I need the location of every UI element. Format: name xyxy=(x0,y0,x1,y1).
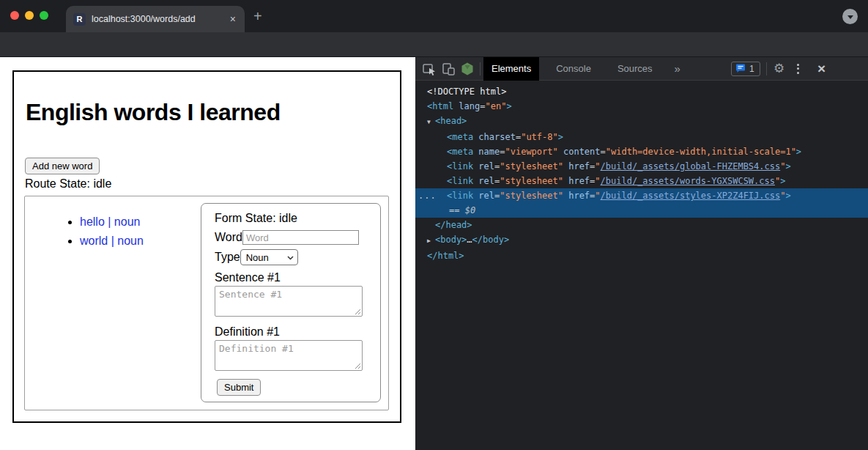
code-token-tag: > xyxy=(506,101,511,111)
code-token-val: "stylesheet" xyxy=(500,191,563,201)
code-token-link[interactable]: /build/_assets/words-YGXSWCSW.css xyxy=(601,176,775,186)
code-token-attr: href xyxy=(563,161,590,171)
dom-tree-line[interactable]: <link rel="stylesheet" href="/build/_ass… xyxy=(415,159,868,174)
add-word-form: Form State: idle Word Type Noun Sentence… xyxy=(201,203,381,402)
dom-tree-line[interactable]: <link rel="stylesheet" href="/build/_ass… xyxy=(415,174,868,188)
code-token-val: " xyxy=(595,161,600,171)
code-token-tag: <html xyxy=(427,101,453,111)
remix-favicon-icon: R xyxy=(73,13,86,26)
code-token-tag: </head> xyxy=(435,220,472,230)
code-token-val: "stylesheet" xyxy=(500,176,563,186)
type-select[interactable]: Noun xyxy=(240,249,298,265)
minimize-window-button[interactable] xyxy=(25,11,34,20)
more-tabs-icon[interactable]: » xyxy=(667,57,689,81)
vue-devtools-extension-icon[interactable] xyxy=(458,59,477,78)
code-token-dollar: $0 xyxy=(465,205,475,215)
add-new-word-button[interactable]: Add new word xyxy=(25,158,100,174)
dom-tree-line[interactable]: ▼<head> xyxy=(415,114,868,130)
dom-tree-line[interactable]: <!DOCTYPE html> xyxy=(415,84,868,99)
close-window-button[interactable] xyxy=(10,11,19,20)
tab-strip: R localhost:3000/words/add × + xyxy=(0,0,868,32)
chevron-down-icon xyxy=(287,256,294,260)
words-container: hello | noun world | noun Form State: id… xyxy=(24,196,389,410)
code-token-tag: </html> xyxy=(427,251,464,261)
issues-count: 1 xyxy=(749,64,754,74)
elements-dom-tree: <!DOCTYPE html><html lang="en">▼<head><m… xyxy=(415,81,868,450)
issues-badge[interactable]: 1 xyxy=(731,62,760,76)
code-token-eq: = xyxy=(601,147,606,157)
word-link-hello[interactable]: hello | noun xyxy=(80,215,140,228)
new-tab-button[interactable]: + xyxy=(253,9,262,23)
tab-title: localhost:3000/words/add xyxy=(92,14,223,24)
code-token-attr: href xyxy=(563,176,590,186)
close-devtools-icon[interactable]: × xyxy=(812,59,831,78)
tab-sources[interactable]: Sources xyxy=(609,57,661,81)
route-state-text: Route State: idle xyxy=(25,177,111,191)
code-token-attr: content xyxy=(558,147,601,157)
dom-tree-line[interactable]: </html> xyxy=(415,248,868,263)
toolbar-divider xyxy=(766,62,767,75)
code-token-val: " xyxy=(595,176,600,186)
dom-tree-line[interactable]: <meta charset="utf-8"> xyxy=(415,130,868,144)
sentence-textarea[interactable] xyxy=(215,286,363,317)
settings-gear-icon[interactable]: ⚙ xyxy=(770,59,789,78)
devtools-panel: Elements Console Sources » 1 ⚙ × <!DOCTY… xyxy=(415,57,868,450)
code-token-link[interactable]: /build/_assets/global-FHZEMBS4.css xyxy=(601,161,781,171)
tab-close-icon[interactable]: × xyxy=(229,13,237,25)
collapse-arrow-icon[interactable]: ▼ xyxy=(427,115,435,130)
dom-tree-line[interactable]: == $0 xyxy=(415,203,868,218)
type-label: Type xyxy=(215,251,240,264)
code-token-val: "utf-8" xyxy=(521,132,558,142)
word-label: Word xyxy=(215,231,242,244)
code-token-tag: > xyxy=(558,132,563,142)
dom-tree-line[interactable]: </head> xyxy=(415,218,868,232)
code-token-tag: <link xyxy=(447,161,473,171)
tab-elements[interactable]: Elements xyxy=(483,57,539,81)
device-toolbar-icon[interactable] xyxy=(439,59,458,78)
code-token-attr: charset xyxy=(473,132,516,142)
dom-tree-line[interactable]: ...<link rel="stylesheet" href="/build/_… xyxy=(415,188,868,203)
code-token-attr: name xyxy=(473,147,500,157)
resize-grip-icon[interactable] xyxy=(355,309,361,315)
code-token-tag: </body> xyxy=(472,235,510,245)
code-token-link[interactable]: /build/_assets/styles-XP2Z4FIJ.css xyxy=(601,191,781,201)
submit-button[interactable]: Submit xyxy=(217,379,261,396)
resize-grip-icon[interactable] xyxy=(355,363,361,369)
browser-window: R localhost:3000/words/add × + ← → local… xyxy=(0,0,868,450)
form-state-text: Form State: idle xyxy=(215,212,297,225)
speech-bubble-icon xyxy=(735,64,746,73)
word-input[interactable] xyxy=(242,230,359,245)
dom-tree-line[interactable]: <meta name="viewport" content="width=dev… xyxy=(415,144,868,159)
code-token-tag: <meta xyxy=(447,147,473,157)
definition-textarea[interactable] xyxy=(215,340,363,371)
browser-tab[interactable]: R localhost:3000/words/add × xyxy=(66,6,245,32)
page-title: English words I learned xyxy=(26,99,281,126)
inspect-element-icon[interactable] xyxy=(420,59,439,78)
code-token-attr: lang xyxy=(453,101,480,111)
node-options-icon[interactable]: ... xyxy=(418,188,437,203)
sentence-label: Sentence #1 xyxy=(215,271,281,284)
word-link-world[interactable]: world | noun xyxy=(80,235,144,247)
zoom-window-button[interactable] xyxy=(40,11,48,20)
address-toolbar: ← → localhost:3000/words/add xyxy=(0,32,868,57)
code-token-attr: href xyxy=(563,191,590,201)
code-token-tag: <meta xyxy=(447,132,473,142)
code-token-tag: <body> xyxy=(435,235,467,245)
dom-tree-line[interactable]: <html lang="en"> xyxy=(415,99,868,114)
code-token-attr: rel xyxy=(473,161,494,171)
code-token-plain: … xyxy=(467,235,472,245)
tab-search-button[interactable] xyxy=(842,9,858,24)
code-token-tag: > xyxy=(780,176,785,186)
code-token-tag: <link xyxy=(447,191,473,201)
definition-label: Definition #1 xyxy=(215,325,280,339)
expand-arrow-icon[interactable]: ▶ xyxy=(427,234,435,248)
web-page: English words I learned Add new word Rou… xyxy=(0,57,415,450)
tab-console[interactable]: Console xyxy=(548,57,599,81)
code-token-attr: rel xyxy=(473,176,494,186)
devtools-menu-icon[interactable] xyxy=(789,59,808,78)
toolbar-divider xyxy=(480,62,481,75)
code-token-tag: > xyxy=(785,161,790,171)
list-item: hello | noun xyxy=(80,215,144,229)
dom-tree-line[interactable]: ▶<body>…</body> xyxy=(415,232,868,248)
list-item: world | noun xyxy=(80,235,144,248)
